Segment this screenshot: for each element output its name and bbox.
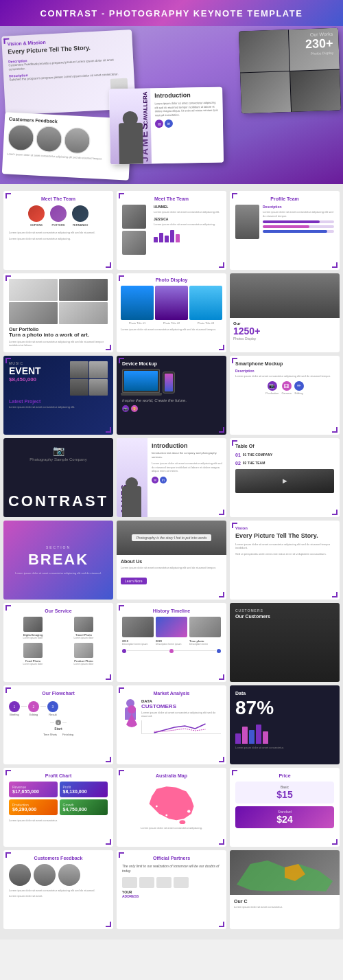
market-title: Market Analysis: [122, 691, 221, 696]
customers-feedback-slide[interactable]: Customers Feedback Lorem ipsum dolor sit…: [3, 850, 113, 929]
hero-section: Vision & Mission Every Picture Tell The …: [0, 26, 343, 184]
our-c-slide[interactable]: Our C Lorem ipsum dolor sit amet consect…: [230, 850, 340, 929]
profile-team-title: Profile Team: [235, 196, 334, 201]
contrast-main-title: CONTRAST: [3, 492, 113, 510]
service-title: Our Service: [9, 608, 108, 613]
profit-val-2: $8,130,000: [63, 789, 105, 794]
intro-title: Introduction: [154, 91, 218, 100]
about-us-slide[interactable]: Photography is the story I hat to put in…: [117, 521, 226, 600]
our-stat: 1250+: [233, 326, 336, 337]
section-break-title: BREAK: [28, 551, 88, 569]
vision-2-slide[interactable]: Vision Every Picture Tell The Story. Lor…: [230, 521, 340, 600]
customers-title: Our Customers: [235, 614, 334, 619]
cust-feedback-slide-title: Customers Feedback: [9, 856, 108, 861]
official-partners-slide[interactable]: Official Partners The only limit to our …: [117, 850, 226, 929]
svg-point-0: [180, 820, 186, 824]
introduction-2-slide[interactable]: JAMES Introduction Introduction text abo…: [117, 438, 226, 517]
vision2-title: Vision: [235, 526, 334, 530]
toc-item1: 01 THE COMPANY: [243, 453, 273, 457]
intro2-desc: Introduction text about the company and …: [152, 451, 222, 459]
slide-row-9: Customers Feedback Lorem ipsum dolor sit…: [3, 850, 340, 929]
profile-team-slide[interactable]: Profile Team Description Lorem ipsum dol…: [230, 191, 340, 270]
smartphone-desc-label: Description: [235, 369, 334, 373]
australia-title: Australia Map: [122, 773, 221, 778]
market-analysis-slide[interactable]: Market Analysis: [117, 685, 226, 764]
market-customers-label: CUSTOMERS: [141, 703, 221, 709]
profit-val-3: $6,290,000: [12, 807, 54, 812]
customers-label: CUSTOMERS: [235, 608, 334, 613]
ourworks-count: 230+: [305, 36, 333, 52]
meet2-person2: JESSICA: [154, 217, 221, 221]
device-mockup-slide[interactable]: Device Mockup Inspire the world, Create …: [117, 356, 226, 435]
slide-row-1: Meet The Team SOPHINS POTTERS FERNANDO: [3, 191, 340, 270]
price-plan-1-price: $15: [239, 789, 331, 800]
section-break-slide[interactable]: SECTION BREAK Lorem ipsum dolor sit amet…: [3, 521, 113, 600]
data-slide[interactable]: Data 87% Lorem ipsum dolor sit amet cons…: [230, 685, 340, 764]
person-1-name: SOPHINS: [28, 223, 45, 227]
about-tagline: Photography is the story I hat to put in…: [136, 536, 206, 540]
flow-step-2: Editing: [28, 713, 39, 716]
flow-step-4: Start: [9, 727, 108, 731]
slide-row-6: Our Service Digital Imaging Lorem ipsum …: [3, 603, 340, 682]
partners-title: Official Partners: [122, 856, 221, 861]
price-plan-2-price: $24: [239, 814, 331, 825]
event-price: $8,450,000: [9, 376, 41, 383]
photo-1-label: Photo Title #1: [121, 321, 154, 325]
cavallera-intro-hero: JAMES CAVALLERA Introduction Lorem ipsum…: [109, 87, 224, 165]
history-timeline-slide[interactable]: History Timeline 2019 Description lorem …: [117, 603, 226, 682]
toc-item2: 02 THE TEAM: [243, 461, 265, 466]
flow-step-6: Finishing: [62, 733, 73, 736]
data-slide-title: Data: [235, 691, 334, 696]
vision2-tagline: Every Picture Tell The Story.: [235, 532, 334, 540]
slide-row-8: Profit Chart Revenue $17,655,000 Profit …: [3, 768, 340, 847]
contrast-subtitle-text: Photography Sample Company: [3, 457, 113, 461]
our-customers-slide[interactable]: CUSTOMERS Our Customers: [230, 603, 340, 682]
table-of-contents-slide[interactable]: Table Of 01 01 THE COMPANY 02 02 THE TEA…: [230, 438, 340, 517]
profit-chart-slide[interactable]: Profit Chart Revenue $17,655,000 Profit …: [3, 768, 113, 847]
meet-team-1-slide[interactable]: Meet The Team SOPHINS POTTERS FERNANDO: [3, 191, 113, 270]
flow-step-1: Briefing: [9, 713, 20, 716]
flowchart-title: Our Flowchart: [9, 691, 108, 696]
svg-point-3: [156, 806, 158, 808]
flow-step-5: Time Shots: [43, 733, 57, 736]
our-portfolio-slide[interactable]: Our Portfolio Turn a photo into a work o…: [3, 273, 113, 352]
slide-row-2: Our Portfolio Turn a photo into a work o…: [3, 273, 340, 352]
photo-2-label: Photo Title #2: [155, 321, 188, 325]
flowchart-slide[interactable]: Our Flowchart 1 Briefing 2 Editing: [3, 685, 113, 764]
slide-row-5: SECTION BREAK Lorem ipsum dolor sit amet…: [3, 521, 340, 600]
contrast-slide[interactable]: 📷 Photography Sample Company CONTRAST: [3, 438, 113, 517]
latest-project-slide[interactable]: MUSIC EVENT $8,450,000 Latest Project Lo…: [3, 356, 113, 435]
person-2-name: POTTERS: [50, 223, 67, 227]
portfolio-tagline: Turn a photo into a work of art.: [9, 332, 108, 339]
intro2-title: Introduction: [152, 442, 222, 449]
flow-step-3: Result: [47, 713, 58, 716]
slide-row-3: MUSIC EVENT $8,450,000 Latest Project Lo…: [3, 356, 340, 435]
svg-point-1: [187, 810, 190, 812]
meet-team-2-slide[interactable]: Meet The Team HUNMEL Lorem ipsum dolor s…: [117, 191, 226, 270]
device-tagline: Inspire the world, Create the future.: [122, 398, 221, 402]
photo-display-title: Photo Display: [121, 277, 222, 282]
meet2-person1: HUNMEL: [154, 205, 221, 209]
history-title: History Timeline: [122, 608, 221, 613]
photo-3-label: Photo Title #3: [189, 321, 222, 325]
toc-title: Table Of: [235, 444, 334, 448]
ourworks-slide-hero: Our Works 230+ Photos Display: [239, 28, 341, 114]
our-stat-label: Photos Display: [233, 337, 336, 341]
our-c-title: Our C: [234, 899, 335, 904]
smartphone-mockup-slide[interactable]: Smartphone Mockup Description Lorem ipsu…: [230, 356, 340, 435]
header-banner: CONTRAST - PHOTOGRAPHY KEYNOTE TEMPLATE: [0, 0, 343, 26]
profit-title: Profit Chart: [9, 773, 108, 778]
data-percent: 87%: [235, 698, 334, 718]
slide-row-7: Our Flowchart 1 Briefing 2 Editing: [3, 685, 340, 764]
australia-map-slide[interactable]: Australia Map Lorem ipsum dolor sit ame: [117, 768, 226, 847]
photo-display-slide[interactable]: Photo Display Photo Title #1 Photo Title…: [117, 273, 226, 352]
header-title: CONTRAST - PHOTOGRAPHY KEYNOTE TEMPLATE: [40, 8, 303, 19]
svg-point-2: [165, 814, 167, 817]
event-title: EVENT: [9, 365, 41, 376]
our-stat-slide[interactable]: Our 1250+ Photos Display: [230, 273, 340, 352]
price-slide-card[interactable]: Price Basic $15 Standard $24: [230, 768, 340, 847]
portfolio-title: Our Portfolio: [9, 327, 108, 332]
price-title: Price: [235, 773, 334, 778]
our-service-slide[interactable]: Our Service Digital Imaging Lorem ipsum …: [3, 603, 113, 682]
meet-team-2-title: Meet The Team: [122, 196, 221, 201]
